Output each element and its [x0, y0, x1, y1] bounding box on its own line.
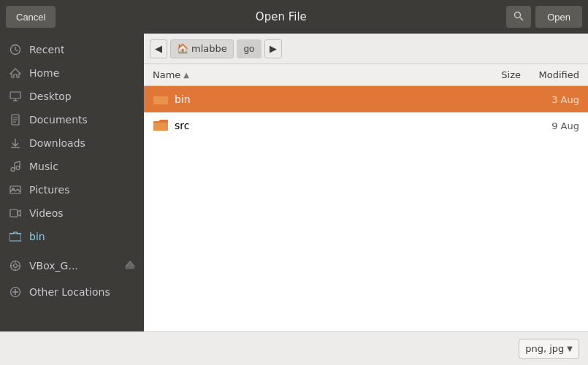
svg-line-1: [520, 18, 523, 20]
search-icon: [513, 11, 524, 21]
svg-marker-21: [18, 210, 20, 216]
bottom-bar: png, jpg ▼: [0, 331, 588, 365]
sort-arrow-icon: ▲: [183, 71, 189, 79]
titlebar-right: Open: [506, 6, 582, 28]
svg-line-17: [15, 161, 20, 163]
folder-icon: [153, 118, 169, 133]
column-name-label: Name: [153, 69, 180, 80]
right-panel: ◀ 🏠 mlabbe go ▶ Name ▲ Size Modified: [144, 34, 588, 331]
sidebar-item-pictures[interactable]: Pictures: [0, 178, 144, 201]
sidebar-item-documents[interactable]: Documents: [0, 108, 144, 131]
eject-icon[interactable]: [125, 260, 135, 272]
sidebar-item-bin[interactable]: bin: [0, 225, 144, 248]
sidebar-item-downloads-label: Downloads: [29, 137, 85, 149]
home-path-icon: 🏠: [177, 43, 188, 54]
svg-point-0: [515, 12, 521, 18]
sidebar-item-home[interactable]: Home: [0, 61, 144, 85]
vbox-icon: [9, 259, 22, 272]
svg-rect-29: [126, 267, 134, 269]
downloads-icon: [9, 137, 22, 150]
file-date: 3 Aug: [521, 94, 579, 105]
forward-button[interactable]: ▶: [264, 39, 282, 58]
table-row[interactable]: bin 3 Aug: [144, 86, 588, 112]
cancel-button[interactable]: Cancel: [6, 6, 56, 28]
pathbar: ◀ 🏠 mlabbe go ▶: [144, 34, 588, 64]
sidebar-item-downloads[interactable]: Downloads: [0, 131, 144, 155]
file-list: bin 3 Aug src 9 Aug: [144, 86, 588, 331]
go-button[interactable]: go: [237, 39, 261, 58]
column-name[interactable]: Name ▲: [153, 69, 477, 80]
sidebar-item-music[interactable]: Music: [0, 155, 144, 178]
svg-point-13: [11, 168, 15, 172]
file-name: bin: [175, 93, 477, 105]
path-segment[interactable]: mlabbe: [191, 43, 227, 54]
dialog-title: Open File: [56, 10, 506, 23]
sidebar-item-pictures-label: Pictures: [29, 184, 69, 196]
sidebar-item-other-locations[interactable]: Other Locations: [0, 280, 144, 304]
home-icon: [9, 66, 22, 80]
search-button[interactable]: [506, 6, 531, 28]
sidebar-item-videos[interactable]: Videos: [0, 201, 144, 225]
column-size[interactable]: Size: [477, 69, 521, 80]
music-icon: [9, 160, 22, 173]
table-row[interactable]: src 9 Aug: [144, 112, 588, 139]
back-button[interactable]: ◀: [150, 39, 167, 58]
sidebar: Recent Home Desktop Documents Downloads: [0, 34, 144, 331]
add-icon: [9, 285, 22, 299]
sidebar-item-documents-label: Documents: [29, 114, 88, 126]
svg-point-23: [14, 264, 18, 268]
pictures-icon: [9, 183, 22, 196]
file-list-header: Name ▲ Size Modified: [144, 64, 588, 86]
sidebar-item-recent-label: Recent: [29, 44, 64, 55]
forward-arrow-icon: ▶: [270, 43, 277, 54]
videos-icon: [9, 207, 22, 220]
sidebar-item-bin-label: bin: [29, 231, 45, 242]
file-date: 9 Aug: [521, 120, 579, 131]
open-button[interactable]: Open: [535, 6, 582, 28]
svg-rect-20: [10, 210, 18, 217]
back-arrow-icon: ◀: [155, 43, 162, 54]
svg-rect-4: [10, 92, 20, 99]
titlebar: Cancel Open File Open: [0, 0, 588, 34]
main-area: Recent Home Desktop Documents Downloads: [0, 34, 588, 331]
filter-dropdown-arrow: ▼: [567, 345, 573, 353]
documents-icon: [9, 113, 22, 126]
sidebar-item-desktop[interactable]: Desktop: [0, 85, 144, 108]
sidebar-item-home-label: Home: [29, 67, 59, 79]
sidebar-item-vbox-label: VBox_G...: [29, 260, 78, 272]
sidebar-item-vboxguest[interactable]: VBox_G...: [0, 254, 144, 277]
column-modified-label: Modified: [539, 69, 579, 80]
recent-icon: [9, 43, 22, 56]
desktop-icon: [9, 90, 22, 103]
svg-rect-18: [10, 186, 20, 193]
file-filter-select[interactable]: png, jpg ▼: [519, 339, 579, 359]
filter-label: png, jpg: [525, 343, 564, 354]
sidebar-item-recent[interactable]: Recent: [0, 38, 144, 61]
svg-marker-3: [10, 69, 20, 77]
svg-point-14: [16, 166, 20, 170]
sidebar-item-videos-label: Videos: [29, 207, 64, 219]
svg-marker-28: [126, 261, 134, 266]
sidebar-item-music-label: Music: [29, 161, 58, 172]
column-modified[interactable]: Modified: [521, 69, 579, 80]
column-size-label: Size: [501, 69, 521, 80]
sidebar-item-desktop-label: Desktop: [29, 91, 72, 102]
bin-folder-icon: [9, 230, 22, 243]
folder-icon: [153, 92, 169, 107]
sidebar-other-locations-label: Other Locations: [29, 286, 110, 298]
file-name: src: [175, 120, 477, 131]
